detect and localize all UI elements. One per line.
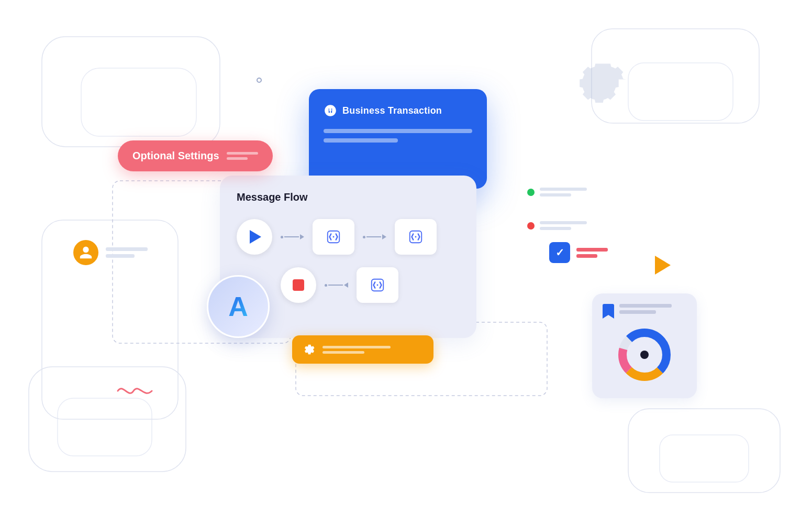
svg-point-16 xyxy=(377,285,379,286)
cline-2 xyxy=(576,254,597,258)
settings-button-lines xyxy=(322,346,391,354)
arrow-line xyxy=(284,236,299,237)
svg-point-14 xyxy=(415,236,417,238)
bracket-icon-3 xyxy=(370,277,385,293)
svg-point-22 xyxy=(640,351,649,359)
optional-settings-decorative-lines xyxy=(227,152,258,160)
svg-rect-1 xyxy=(81,68,196,136)
checkbox-item[interactable]: ✓ xyxy=(549,242,608,263)
business-card-title: Business Transaction xyxy=(342,105,442,116)
stop-icon xyxy=(293,279,304,291)
orange-arrow-shape xyxy=(655,256,671,275)
user-avatar xyxy=(73,240,98,265)
analytics-title-lines xyxy=(619,304,672,314)
user-item xyxy=(73,240,148,265)
sline-2 xyxy=(322,351,364,354)
play-icon xyxy=(250,230,261,244)
svg-rect-4 xyxy=(29,367,186,472)
azure-letter: A xyxy=(228,291,248,322)
arrow-line-2 xyxy=(366,236,381,237)
arrow-2 xyxy=(363,234,386,239)
sline-1 xyxy=(322,346,391,348)
aline-1 xyxy=(619,304,672,308)
user-line-2 xyxy=(106,254,135,258)
aline-2 xyxy=(619,310,656,314)
arrow-3 xyxy=(325,282,348,288)
arrow-dot xyxy=(281,236,283,238)
green-line-2 xyxy=(540,193,571,196)
flow-box-3[interactable] xyxy=(357,267,398,303)
azure-logo-circle: A xyxy=(207,275,270,338)
check-mark-icon: ✓ xyxy=(555,246,564,259)
svg-rect-7 xyxy=(660,435,749,482)
user-line-1 xyxy=(106,247,148,251)
settings-orange-button[interactable] xyxy=(292,335,433,364)
play-node[interactable] xyxy=(237,219,272,255)
flow-row-1 xyxy=(237,219,460,255)
green-status-dot xyxy=(527,189,535,196)
bookmark-icon xyxy=(603,304,614,319)
donut-chart-wrapper xyxy=(603,326,686,384)
status-red-item xyxy=(527,221,587,230)
business-card-header: Business Transaction xyxy=(324,104,472,117)
bracket-icon-1 xyxy=(326,229,341,245)
arrow-head-2 xyxy=(382,234,386,239)
optional-settings-label: Optional Settings xyxy=(132,150,219,162)
flow-box-2[interactable] xyxy=(395,219,437,255)
donut-chart-svg xyxy=(616,326,673,384)
analytics-card xyxy=(592,293,697,398)
red-line-1 xyxy=(540,221,587,224)
red-line-2 xyxy=(540,227,571,230)
cline-1 xyxy=(576,248,608,252)
arrow-head-left xyxy=(344,282,348,288)
blue-checkbox[interactable]: ✓ xyxy=(549,242,570,263)
business-card-line-1 xyxy=(324,129,472,133)
business-transaction-card: Business Transaction xyxy=(309,89,487,189)
business-card-line-2 xyxy=(324,138,398,143)
svg-rect-3 xyxy=(628,63,733,121)
red-status-lines xyxy=(540,221,587,230)
bracket-icon-2 xyxy=(408,229,424,245)
user-avatar-icon xyxy=(79,245,93,260)
stop-node[interactable] xyxy=(281,267,316,303)
gear-small-icon xyxy=(304,344,315,355)
status-green-item xyxy=(527,188,587,196)
optional-settings-badge[interactable]: Optional Settings xyxy=(118,140,273,171)
analytics-card-header xyxy=(603,304,686,319)
opt-line-2 xyxy=(227,157,248,160)
opt-line-1 xyxy=(227,152,258,155)
svg-rect-5 xyxy=(58,398,152,456)
flow-row-2 xyxy=(281,267,460,303)
arrow-dot-3 xyxy=(325,284,327,287)
gear-decoration-icon xyxy=(571,52,634,115)
svg-rect-0 xyxy=(42,37,220,147)
wave-svg xyxy=(115,380,157,396)
user-lines xyxy=(106,247,148,258)
arrow-head xyxy=(300,234,304,239)
message-flow-title: Message Flow xyxy=(237,191,460,203)
green-status-lines xyxy=(540,188,587,196)
arrow-dot-2 xyxy=(363,236,365,238)
red-status-dot xyxy=(527,222,535,230)
wave-decoration xyxy=(115,380,157,398)
checkbox-lines xyxy=(576,248,608,258)
orange-arrow-decoration xyxy=(655,256,671,275)
svg-rect-6 xyxy=(628,409,780,493)
green-line-1 xyxy=(540,188,587,191)
flow-box-1[interactable] xyxy=(313,219,354,255)
business-icon xyxy=(324,104,337,117)
svg-point-12 xyxy=(333,236,335,238)
arrow-1 xyxy=(281,234,304,239)
small-dot-decoration xyxy=(257,78,262,83)
arrow-line-3 xyxy=(328,285,343,286)
